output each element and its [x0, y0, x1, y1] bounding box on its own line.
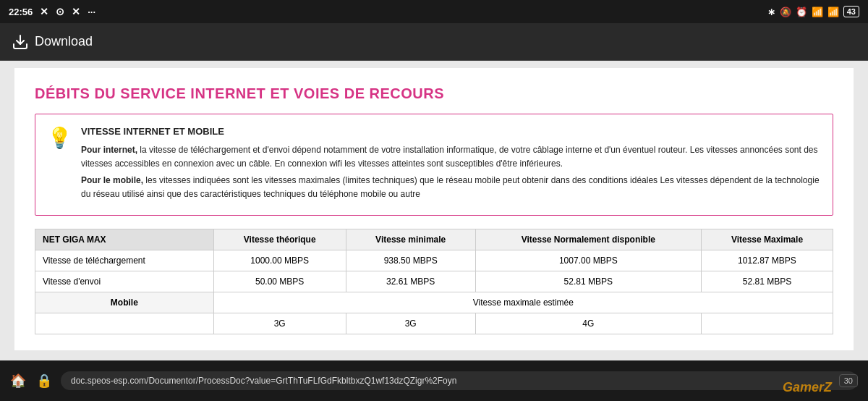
col-header-theorique: Vitesse théorique [213, 229, 346, 250]
document: DÉBITS DU SERVICE INTERNET ET VOIES DE R… [14, 68, 854, 350]
url-bar[interactable]: doc.speos-esp.com/Documentor/ProcessDoc?… [61, 371, 858, 390]
mobile-label: Pour le mobile, [81, 175, 143, 185]
row-envoi-theorique: 50.00 MBPS [213, 271, 346, 292]
table-row: Mobile Vitesse maximale estimée [35, 292, 833, 313]
table-row: Vitesse d'envoi 50.00 MBPS 32.61 MBPS 52… [35, 271, 833, 292]
table-row: 3G 3G 4G [35, 313, 833, 334]
twitter-icon-1: ✕ [40, 6, 48, 17]
mute-icon: 🔕 [780, 7, 791, 17]
row-mobile-col4 [701, 313, 833, 334]
bottom-bar: 🏠 🔒 doc.speos-esp.com/Documentor/Process… [0, 360, 868, 401]
watermark: GamerZ [783, 380, 832, 395]
nav-left: 🏠 🔒 [10, 373, 52, 389]
row-telechargement-label: Vitesse de téléchargement [35, 250, 214, 271]
bluetooth-icon: ∗ [767, 7, 775, 17]
content-area: DÉBITS DU SERVICE INTERNET ET VOIES DE R… [0, 61, 868, 360]
more-icon: ··· [88, 7, 95, 17]
twitter-icon-2: ✕ [72, 6, 80, 17]
time-display: 22:56 [9, 7, 33, 17]
lock-icon: 🔒 [36, 373, 52, 389]
status-left: 22:56 ✕ ⊙ ✕ ··· [9, 6, 95, 17]
circle-icon: ⊙ [56, 6, 64, 17]
row-mobile-col3: 4G [475, 313, 701, 334]
row-mobile-empty-label [35, 313, 214, 334]
mobile-text: les vitesses indiquées sont les vitesses… [81, 175, 820, 199]
info-box: 💡 VITESSE INTERNET ET MOBILE Pour intern… [35, 114, 833, 216]
internet-label: Pour internet, [81, 145, 137, 155]
internet-text: la vitesse de téléchargement et d'envoi … [81, 145, 818, 169]
wifi-icon: 📶 [827, 7, 839, 17]
download-label: Download [35, 34, 93, 49]
page-badge: 30 [839, 374, 858, 387]
url-text: doc.speos-esp.com/Documentor/ProcessDoc?… [71, 376, 456, 386]
status-bar: 22:56 ✕ ⊙ ✕ ··· ∗ 🔕 ⏰ 📶 📶 43 [0, 0, 868, 23]
speeds-table: NET GIGA MAX Vitesse théorique Vitesse m… [35, 229, 833, 334]
battery-level: 43 [843, 6, 859, 17]
col-header-name: NET GIGA MAX [35, 229, 214, 250]
col-header-normalement: Vitesse Normalement disponible [475, 229, 701, 250]
info-section-title: VITESSE INTERNET ET MOBILE [81, 124, 821, 139]
alarm-icon: ⏰ [796, 7, 807, 17]
row-telechargement-maximale: 1012.87 MBPS [701, 250, 833, 271]
document-title: DÉBITS DU SERVICE INTERNET ET VOIES DE R… [35, 85, 833, 102]
row-mobile-label: Mobile [35, 292, 214, 313]
table-row: Vitesse de téléchargement 1000.00 MBPS 9… [35, 250, 833, 271]
lightbulb-icon: 💡 [47, 126, 72, 150]
col-header-maximale: Vitesse Maximale [701, 229, 833, 250]
row-telechargement-normalement: 1007.00 MBPS [475, 250, 701, 271]
row-envoi-label: Vitesse d'envoi [35, 271, 214, 292]
row-telechargement-theorique: 1000.00 MBPS [213, 250, 346, 271]
signal-icon: 📶 [812, 7, 823, 17]
mobile-paragraph: Pour le mobile, les vitesses indiquées s… [81, 174, 821, 200]
home-icon[interactable]: 🏠 [10, 373, 26, 389]
row-telechargement-minimale: 938.50 MBPS [346, 250, 475, 271]
row-envoi-maximale: 52.81 MBPS [701, 271, 833, 292]
download-icon [12, 33, 29, 51]
table-header-row: NET GIGA MAX Vitesse théorique Vitesse m… [35, 229, 833, 250]
row-mobile-col2: 3G [346, 313, 475, 334]
row-envoi-normalement: 52.81 MBPS [475, 271, 701, 292]
info-text: VITESSE INTERNET ET MOBILE Pour internet… [81, 124, 821, 205]
row-mobile-estimated: Vitesse maximale estimée [213, 292, 833, 313]
toolbar: Download [0, 23, 868, 61]
row-envoi-minimale: 32.61 MBPS [346, 271, 475, 292]
internet-paragraph: Pour internet, la vitesse de téléchargem… [81, 143, 821, 170]
status-icons: ∗ 🔕 ⏰ 📶 📶 43 [767, 6, 859, 17]
col-header-minimale: Vitesse minimale [346, 229, 475, 250]
download-button[interactable]: Download [12, 33, 93, 51]
row-mobile-col1: 3G [213, 313, 346, 334]
